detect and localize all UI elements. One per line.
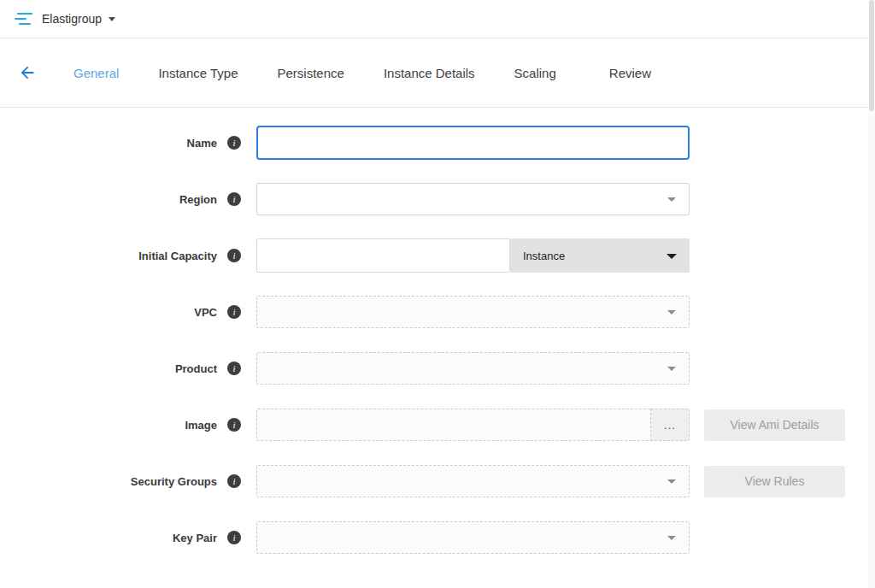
- form-row-key-pair: Key Pair i: [0, 520, 875, 555]
- image-browse-button[interactable]: ...: [651, 409, 690, 441]
- capacity-unit-select[interactable]: Instance: [510, 238, 690, 273]
- image-input[interactable]: [256, 409, 651, 441]
- tab-review[interactable]: Review: [609, 66, 651, 80]
- chevron-down-icon[interactable]: [109, 17, 115, 21]
- initial-capacity-label: Initial Capacity: [138, 250, 217, 262]
- chevron-down-icon: [667, 367, 676, 371]
- tab-scaling[interactable]: Scaling: [514, 66, 556, 80]
- tab-general[interactable]: General: [73, 66, 119, 80]
- back-button[interactable]: [17, 62, 38, 83]
- chevron-down-icon: [667, 536, 676, 540]
- region-label: Region: [179, 193, 217, 206]
- product-info-icon[interactable]: i: [227, 362, 241, 375]
- vpc-select[interactable]: [256, 296, 690, 328]
- name-label: Name: [187, 137, 217, 150]
- tab-instance-details[interactable]: Instance Details: [384, 66, 475, 80]
- chevron-down-icon: [667, 310, 676, 315]
- product-select[interactable]: [256, 352, 690, 385]
- form-row-region: Region i: [0, 182, 875, 216]
- view-rules-button[interactable]: View Rules: [704, 466, 845, 497]
- name-info-icon[interactable]: i: [227, 136, 241, 150]
- vpc-info-icon[interactable]: i: [227, 305, 241, 319]
- key-pair-select[interactable]: [256, 521, 690, 554]
- general-settings-form: Name i Region i Initial Capacity i Inst: [0, 108, 875, 555]
- arrow-back-icon: [18, 63, 37, 82]
- capacity-unit-value: Instance: [523, 250, 565, 262]
- vpc-label: VPC: [194, 306, 217, 319]
- elastigroup-logo-icon: [14, 11, 34, 26]
- wizard-tabs: General Instance Type Persistence Instan…: [73, 66, 690, 80]
- chevron-down-icon: [667, 254, 677, 259]
- form-row-product: Product i: [0, 351, 875, 385]
- key-pair-info-icon[interactable]: i: [227, 531, 241, 544]
- region-info-icon[interactable]: i: [227, 192, 241, 206]
- form-row-security-groups: Security Groups i View Rules: [0, 464, 875, 498]
- app-switcher-label[interactable]: Elastigroup: [42, 12, 102, 26]
- name-input[interactable]: [256, 126, 690, 160]
- product-label: Product: [175, 362, 217, 375]
- initial-capacity-info-icon[interactable]: i: [227, 249, 241, 262]
- view-ami-details-button[interactable]: View Ami Details: [704, 409, 845, 441]
- form-row-name: Name i: [0, 126, 875, 160]
- security-groups-label: Security Groups: [131, 475, 217, 488]
- tab-instance-type[interactable]: Instance Type: [158, 66, 238, 80]
- form-row-vpc: VPC i: [0, 295, 875, 329]
- region-select[interactable]: [256, 183, 690, 215]
- image-label: Image: [185, 419, 217, 432]
- form-row-initial-capacity: Initial Capacity i Instance: [0, 238, 875, 273]
- top-bar: Elastigroup: [0, 0, 875, 38]
- chevron-down-icon: [667, 197, 676, 202]
- security-groups-select[interactable]: [256, 465, 690, 497]
- tab-persistence[interactable]: Persistence: [278, 66, 344, 80]
- wizard-tab-bar: General Instance Type Persistence Instan…: [0, 38, 875, 108]
- form-row-image: Image i ... View Ami Details: [0, 408, 875, 442]
- chevron-down-icon: [667, 479, 676, 484]
- vertical-scrollbar[interactable]: [868, 0, 875, 588]
- initial-capacity-input[interactable]: [256, 238, 510, 273]
- image-info-icon[interactable]: i: [227, 418, 241, 432]
- security-groups-info-icon[interactable]: i: [227, 474, 241, 488]
- scrollbar-thumb[interactable]: [869, 0, 874, 111]
- key-pair-label: Key Pair: [173, 532, 217, 544]
